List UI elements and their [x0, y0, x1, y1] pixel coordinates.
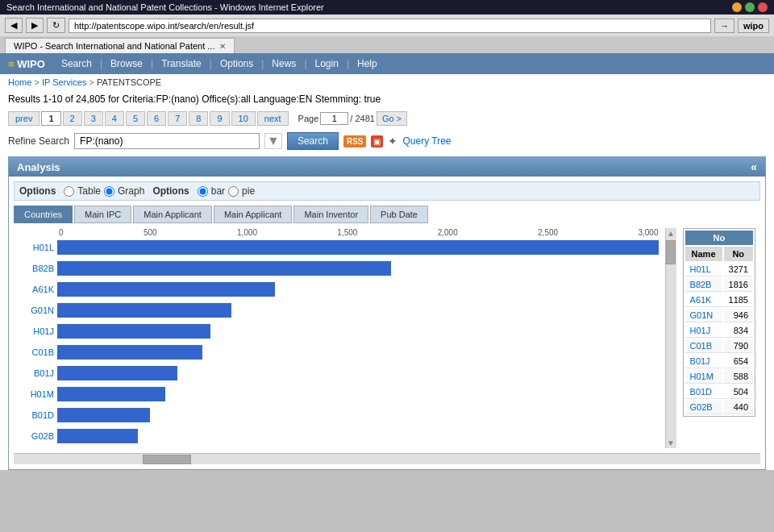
bar-label-7: H01M	[19, 389, 57, 399]
table-label[interactable]: Table	[77, 185, 101, 197]
vertical-scrollbar[interactable]: ▲ ▼	[665, 228, 676, 448]
table-row: G01N 946	[685, 309, 753, 322]
breadcrumb: Home > IP Services > PATENTSCOPE	[0, 74, 774, 90]
bottom-scrollbar[interactable]	[14, 453, 760, 464]
chart-row: H01L	[19, 239, 659, 256]
address-input[interactable]	[69, 19, 711, 33]
pie-label[interactable]: pie	[242, 185, 255, 197]
rss-icon: ▣	[371, 135, 383, 148]
bar-wrap-9	[57, 429, 659, 443]
bar-wrap-1	[57, 261, 659, 276]
refine-input-arrow[interactable]: ▼	[264, 133, 282, 149]
tab-bar: WIPO - Search International and National…	[0, 36, 774, 53]
tab-close-icon[interactable]: ✕	[219, 42, 226, 51]
page-btn-2[interactable]: 2	[63, 111, 82, 126]
table-name-col-header: Name	[685, 247, 722, 261]
graph-radio[interactable]	[104, 186, 114, 197]
forward-button[interactable]: ▶	[26, 18, 44, 33]
scroll-up-btn[interactable]: ▲	[666, 228, 676, 239]
nav-login[interactable]: Login	[307, 53, 347, 74]
nav-help[interactable]: Help	[349, 53, 385, 74]
table-no-col-header: No	[724, 247, 753, 261]
breadcrumb-home[interactable]: Home	[8, 77, 31, 87]
graph-label[interactable]: Graph	[118, 185, 144, 197]
refine-label: Refine Search	[8, 135, 69, 147]
page-btn-8[interactable]: 8	[189, 111, 208, 126]
scroll-thumb[interactable]	[666, 240, 676, 264]
data-table-wrap: No Name No H01L 3271 B82B 1816 A61K 1185…	[683, 228, 755, 448]
address-bar-row: ◀ ▶ ↻ → wipo	[0, 15, 774, 36]
results-offices: all	[241, 94, 251, 105]
results-range-end: 10	[52, 94, 62, 105]
scroll-down-btn[interactable]: ▼	[666, 438, 676, 448]
go-btn[interactable]: Go >	[377, 111, 407, 126]
table-no-8: 504	[724, 385, 753, 399]
bar-label[interactable]: bar	[211, 185, 225, 197]
page-btn-3[interactable]: 3	[84, 111, 103, 126]
nav-translate[interactable]: Translate	[153, 53, 210, 74]
table-no-3: 946	[724, 309, 753, 322]
refine-input[interactable]	[74, 133, 260, 149]
next-page-btn[interactable]: next	[257, 111, 289, 126]
go-button[interactable]: →	[714, 19, 734, 33]
bar-radio[interactable]	[198, 186, 208, 197]
table-name-3: G01N	[685, 309, 722, 322]
browser-tab[interactable]: WIPO - Search International and National…	[5, 38, 235, 53]
bar-label-2: A61K	[19, 285, 57, 294]
page-btn-9[interactable]: 9	[210, 111, 229, 126]
nav-browse[interactable]: Browse	[102, 53, 151, 74]
chart-row: G01N	[19, 301, 659, 319]
tab-countries[interactable]: Countries	[14, 206, 73, 223]
table-row: G02B 440	[685, 401, 753, 414]
bar-wrap-6	[57, 366, 659, 380]
results-total: 24,805	[76, 94, 106, 105]
rss-button[interactable]: RSS	[343, 135, 367, 148]
chart-row: H01M	[19, 385, 659, 403]
nav-options[interactable]: Options	[212, 53, 261, 74]
bottom-scroll-thumb[interactable]	[143, 455, 191, 464]
page-btn-6[interactable]: 6	[147, 111, 166, 126]
chart-scale: 0 500 1,000 1,500 2,000 2,500 3,000	[19, 228, 659, 239]
breadcrumb-ip-services[interactable]: IP Services	[42, 77, 86, 87]
pie-radio[interactable]	[228, 186, 239, 197]
tab-pub-date[interactable]: Pub Date	[370, 206, 428, 223]
bar-label-6: B01J	[19, 368, 57, 378]
table-no-6: 654	[724, 355, 753, 368]
bar-label-5: C01B	[19, 347, 57, 357]
tab-main-applicant-1[interactable]: Main Applicant	[133, 206, 212, 223]
table-row: B01D 504	[685, 385, 753, 399]
analysis-collapse-btn[interactable]: «	[751, 160, 757, 173]
minimize-btn[interactable]	[732, 2, 742, 12]
refine-row: Refine Search ▼ Search RSS ▣ ✦ Query Tre…	[0, 129, 774, 156]
nav-news[interactable]: News	[264, 53, 304, 74]
table-row: H01J 834	[685, 324, 753, 338]
close-btn[interactable]	[758, 2, 768, 12]
scale-0: 0	[59, 228, 64, 237]
results-criteria: FP:(nano)	[156, 94, 198, 105]
page-btn-5[interactable]: 5	[126, 111, 145, 126]
table-radio[interactable]	[64, 186, 74, 197]
table-name-2: A61K	[685, 293, 722, 307]
search-button[interactable]: Search	[287, 132, 339, 150]
page-content: ≡ WIPO Search | Browse | Translate | Opt…	[0, 53, 774, 470]
nav-search[interactable]: Search	[53, 53, 100, 74]
tab-main-inventor[interactable]: Main Inventor	[293, 206, 368, 223]
page-btn-7[interactable]: 7	[168, 111, 187, 126]
tab-main-ipc[interactable]: Main IPC	[74, 206, 131, 223]
tab-main-applicant-2[interactable]: Main Applicant	[214, 206, 293, 223]
page-input[interactable]	[320, 112, 348, 125]
prev-page-btn[interactable]: prev	[8, 111, 40, 126]
query-tree-link[interactable]: Query Tree	[402, 135, 451, 147]
analysis-panel: Analysis « Options Table Graph Options b…	[8, 156, 766, 470]
chart-row: H01J	[19, 322, 659, 340]
page-btn-10[interactable]: 10	[231, 111, 256, 126]
back-button[interactable]: ◀	[5, 18, 23, 33]
table-row: H01L 3271	[685, 263, 753, 276]
page-btn-1[interactable]: 1	[41, 111, 60, 126]
wipo-search-btn[interactable]: wipo	[738, 19, 769, 33]
refresh-button[interactable]: ↻	[47, 18, 65, 33]
maximize-btn[interactable]	[745, 2, 755, 12]
table-row: H01M 588	[685, 370, 753, 384]
view-type-group: Table Graph	[64, 185, 144, 197]
page-btn-4[interactable]: 4	[105, 111, 124, 126]
